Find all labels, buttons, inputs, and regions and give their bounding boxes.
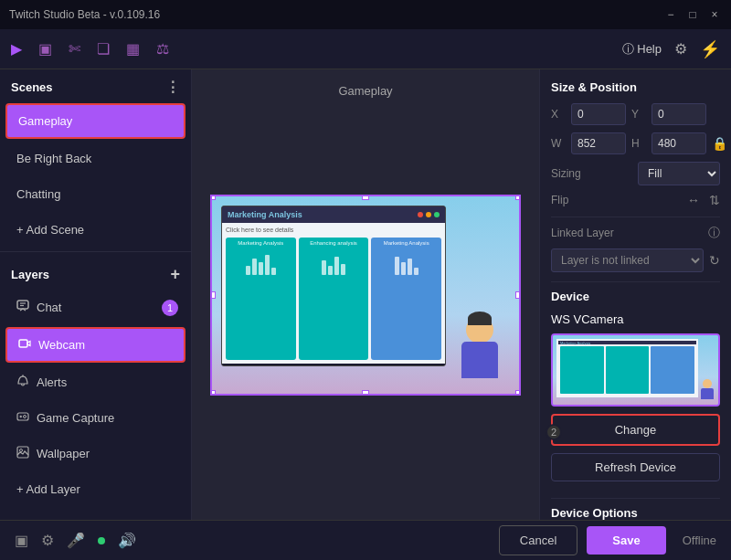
shield-tool-icon[interactable]: ⚖ (156, 40, 169, 58)
help-label: Help (637, 42, 662, 56)
bottom-right-controls: Cancel Save Offline (499, 525, 716, 555)
screen-card-2: Enhancing analysis (299, 238, 369, 360)
mic-active-dot (98, 537, 105, 544)
close-button[interactable]: × (707, 7, 722, 22)
linked-select-row: Layer is not linked ↻ (551, 248, 720, 272)
bar-8 (334, 257, 339, 275)
game-capture-layer-icon (16, 410, 29, 426)
speaker-icon[interactable]: 🔊 (118, 532, 136, 549)
game-capture-layer-label: Game Capture (37, 411, 114, 425)
main-layout: Scenes ⋮ Gameplay Be Right Back Chatting… (0, 69, 731, 520)
layer-item-webcam[interactable]: Webcam (5, 327, 185, 363)
layer-item-alerts[interactable]: Alerts (5, 366, 185, 398)
scissors-tool-icon[interactable]: ✄ (69, 40, 80, 58)
paste-tool-icon[interactable]: ▦ (126, 40, 140, 58)
help-button[interactable]: ⓘ Help (622, 41, 662, 58)
bar-3 (259, 262, 263, 275)
handle-mid-left[interactable] (210, 291, 216, 299)
handle-bottom-mid[interactable] (362, 390, 369, 396)
flip-icons: ↔ ⇅ (687, 193, 720, 207)
linked-info-icon[interactable]: ⓘ (708, 225, 720, 241)
twitch-icon[interactable]: ⚡ (700, 39, 720, 59)
size-position-title: Size & Position (551, 80, 720, 94)
add-scene-button[interactable]: + Add Scene (5, 216, 185, 244)
chat-layer-label: Chat (37, 301, 61, 314)
refresh-device-button[interactable]: Refresh Device (551, 453, 720, 481)
lock-icon[interactable]: 🔒 (712, 136, 727, 151)
webcam-layer-icon (18, 337, 31, 353)
x-label: X (551, 108, 566, 121)
save-button[interactable]: Save (587, 526, 665, 555)
device-card-1 (560, 346, 604, 394)
h-label: H (631, 137, 646, 150)
right-panel: Size & Position X Y W H 🔒 Sizing Fill Fi… (539, 69, 731, 520)
maximize-button[interactable]: □ (685, 7, 700, 22)
chat-layer-icon (16, 300, 29, 315)
device-section-title: Device (551, 290, 720, 303)
layers-title: Layers (11, 268, 49, 281)
sizing-select[interactable]: Fill Fit Stretch (638, 162, 720, 185)
dot-red (418, 212, 423, 217)
minimize-button[interactable]: − (663, 7, 678, 22)
card-3-label: Marketing Analysis (374, 240, 439, 246)
scene-item-be-right-back[interactable]: Be Right Back (5, 143, 185, 174)
scene-item-chatting[interactable]: Chatting (5, 178, 185, 210)
app-title: Twitch Studio Beta - v.0.109.16 (9, 8, 160, 21)
settings-icon[interactable]: ⚙ (674, 40, 687, 58)
canvas-frame[interactable]: Marketing Analysis Click here to see det… (210, 195, 521, 396)
char-body (461, 342, 498, 378)
flip-horizontal-icon[interactable]: ↔ (687, 193, 700, 207)
w-input[interactable] (571, 132, 626, 154)
cursor-tool-icon[interactable]: ▶ (11, 40, 22, 58)
linked-layer-select[interactable]: Layer is not linked (551, 248, 704, 272)
copy-tool-icon[interactable]: ❏ (97, 40, 110, 58)
handle-mid-right[interactable] (515, 291, 521, 299)
bar-2 (252, 259, 257, 275)
dot-green (434, 212, 440, 217)
cancel-button[interactable]: Cancel (499, 525, 577, 555)
settings-bottom-icon[interactable]: ⚙ (41, 532, 54, 549)
handle-top-right[interactable] (515, 195, 521, 200)
handle-top-left[interactable] (210, 195, 216, 200)
svg-rect-8 (17, 447, 28, 458)
flip-vertical-icon[interactable]: ⇅ (709, 193, 720, 207)
alerts-layer-label: Alerts (37, 375, 67, 389)
add-layer-button[interactable]: + Add Layer (5, 475, 185, 503)
device-char (698, 379, 716, 403)
chat-layer-badge: 1 (162, 300, 178, 316)
handle-bottom-left[interactable] (210, 390, 216, 396)
dot-yellow (426, 212, 431, 217)
bar-13 (414, 268, 418, 275)
flip-row: Flip ↔ ⇅ (551, 193, 720, 207)
refresh-linked-icon[interactable]: ↻ (709, 253, 720, 268)
panel-divider-1 (551, 217, 720, 217)
crop-tool-icon[interactable]: ▣ (38, 40, 52, 58)
canvas-scene-label: Gameplay (338, 84, 392, 98)
handle-bottom-right[interactable] (515, 390, 521, 396)
bar-9 (341, 264, 345, 275)
microphone-icon[interactable]: 🎤 (67, 532, 85, 549)
bar-11 (401, 262, 406, 275)
bar-12 (408, 259, 412, 275)
flip-label: Flip (551, 194, 568, 206)
add-layer-icon[interactable]: + (170, 265, 180, 284)
layer-item-chat[interactable]: Chat 1 (5, 291, 185, 323)
h-input[interactable] (652, 132, 706, 154)
screen-header: Marketing Analysis (222, 206, 445, 223)
bar-5 (271, 268, 276, 275)
wallpaper-layer-label: Wallpaper (37, 447, 90, 460)
monitor-icon[interactable]: ▣ (15, 532, 28, 549)
character (448, 307, 512, 389)
scenes-more-icon[interactable]: ⋮ (165, 79, 180, 96)
linked-layer-title: Linked Layer (551, 227, 614, 239)
layer-item-wallpaper[interactable]: Wallpaper (5, 438, 185, 470)
y-input[interactable] (652, 103, 706, 125)
change-device-button[interactable]: Change (551, 414, 720, 446)
handle-top-mid[interactable] (362, 195, 369, 200)
svg-point-9 (20, 449, 23, 452)
x-input[interactable] (571, 103, 626, 125)
layer-item-game-capture[interactable]: Game Capture (5, 402, 185, 434)
scene-item-gameplay[interactable]: Gameplay (5, 103, 185, 139)
help-circle-icon: ⓘ (622, 42, 634, 56)
offline-status: Offline (683, 534, 716, 547)
